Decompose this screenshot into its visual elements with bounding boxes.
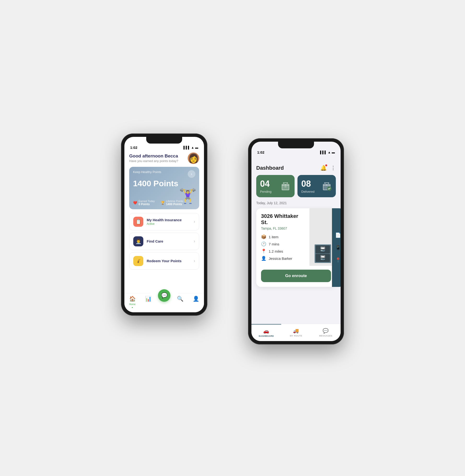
stats-icon: 📊: [145, 296, 151, 302]
points-card-label: Keep Healthy Points: [133, 170, 161, 174]
delivery-card-main: 3026 Whittaker St. Tampa, FL 33607 📦 1 i…: [256, 208, 309, 266]
profile-icon: 👤: [193, 296, 199, 302]
greeting-subtitle: Have you earned any points today?: [129, 159, 178, 163]
search-icon: 🔍: [177, 296, 183, 302]
redeem-text: Redeem Your Points: [147, 259, 194, 263]
find-care-icon-bg: 👨‍⚕️: [133, 236, 143, 246]
nav-active-dot: [132, 307, 133, 308]
notification-badge: [325, 164, 327, 166]
dashboard-nav-label: DASHBOARD: [259, 335, 274, 337]
delivery-address-title: 3026 Whittaker St.: [261, 213, 305, 226]
home-icon: 🏠: [129, 296, 136, 302]
distance-row: 📍 1.2 miles: [261, 249, 305, 254]
health-insurance-title: My Health Insurance: [147, 218, 194, 222]
wifi-icon: ▲: [191, 146, 194, 149]
find-care-text: Find Care: [147, 239, 194, 243]
side-tab-document[interactable]: 📄: [335, 232, 341, 238]
status-icons-1: ▌▌▌ ▲ ▬: [183, 146, 198, 149]
d-nav-messages[interactable]: 💬 MESSAGES: [311, 324, 341, 341]
delivery-card-wrapper: 3026 Whittaker St. Tampa, FL 33607 📦 1 i…: [252, 208, 341, 287]
redeem-title: Redeem Your Points: [147, 259, 194, 263]
delivered-label: Delivered: [301, 190, 315, 193]
earned-today: ❤️ Earned Today 0 Points: [133, 200, 155, 206]
more-options-button[interactable]: ⋮: [330, 165, 336, 171]
side-tab-phone[interactable]: 📱: [335, 245, 341, 251]
wifi-icon-2: ▲: [328, 150, 331, 154]
phone-delivery: 1:02 ▌▌▌ ▲ ▬ Dashboard 🔔 ⋮: [248, 138, 344, 344]
item-count-row: 📦 1 item: [261, 234, 305, 239]
pending-box-icon: [280, 181, 291, 191]
heart-icon: ❤️: [133, 201, 137, 205]
chat-icon: 💬: [161, 292, 168, 299]
route-nav-label: MY ROUTE: [290, 335, 302, 337]
menu-item-health-insurance[interactable]: 📋 My Health Insurance Active ›: [129, 213, 199, 230]
delivered-box-icon: [321, 181, 332, 191]
side-tabs: 📄 📱 📍: [332, 208, 341, 287]
pending-label: Pending: [260, 190, 272, 193]
fab-button[interactable]: 💬: [158, 289, 170, 302]
health-insurance-text: My Health Insurance Active: [147, 218, 194, 225]
delivered-number: 08: [301, 179, 315, 189]
nav-search[interactable]: 🔍: [172, 296, 188, 302]
route-nav-icon: 🚚: [293, 328, 299, 334]
greeting-text: Good afternoon Becca Have you earned any…: [129, 153, 178, 163]
coins-icon: 💰: [136, 258, 141, 264]
menu-item-redeem-points[interactable]: 💰 Redeem Your Points ›: [129, 252, 199, 270]
delivery-card: 3026 Whittaker St. Tampa, FL 33607 📦 1 i…: [256, 208, 336, 287]
clipboard-icon: 📋: [136, 219, 141, 225]
lifetime-icon: 🏆: [161, 201, 165, 205]
signal-icon-2: ▌▌▌: [320, 150, 327, 154]
fitness-figure: 🏋️‍♀️: [179, 187, 197, 204]
points-arrow-button[interactable]: ›: [188, 170, 195, 178]
greeting-title: Good afternoon Becca: [129, 153, 178, 159]
fridge-icon: 🗄️: [312, 244, 333, 264]
points-card[interactable]: Keep Healthy Points › 1400 Points 🏋️‍♀️ …: [129, 167, 199, 209]
redeem-icon-bg: 💰: [133, 256, 143, 266]
delivery-bottom-nav: 🚗 DASHBOARD 🚚 MY ROUTE 💬 MESSAGES: [252, 324, 341, 341]
nav-home-label: Home: [129, 303, 136, 306]
earned-today-value: 0 Points: [138, 202, 155, 206]
health-insurance-icon: 📋: [133, 217, 143, 227]
box-detail-icon: 📦: [261, 234, 266, 239]
notch-2: [278, 142, 314, 148]
earned-today-label: Earned Today: [138, 200, 155, 202]
health-insurance-status: Active: [147, 222, 194, 225]
pending-stat-card[interactable]: 04 Pending: [256, 175, 295, 197]
time-row: 🕐 7 mins: [261, 241, 305, 247]
time-text: 7 mins: [269, 242, 279, 246]
health-insurance-chevron: ›: [194, 219, 195, 224]
go-enroute-button[interactable]: Go enroute: [261, 270, 331, 282]
avatar-image: [188, 152, 199, 164]
messages-nav-icon: 💬: [323, 328, 329, 334]
pending-number: 04: [260, 179, 272, 189]
side-tab-location[interactable]: 📍: [335, 257, 341, 263]
d-nav-dashboard[interactable]: 🚗 DASHBOARD: [252, 324, 281, 341]
delivery-address-sub: Tampa, FL 33607: [261, 226, 305, 230]
find-care-chevron: ›: [194, 239, 195, 244]
messages-nav-label: MESSAGES: [319, 335, 332, 337]
nav-profile[interactable]: 👤: [188, 296, 204, 302]
time-2: 1:02: [257, 150, 264, 154]
location-detail-icon: 📍: [261, 249, 266, 254]
battery-icon: ▬: [195, 146, 198, 149]
find-care-title: Find Care: [147, 239, 194, 243]
clock-detail-icon: 🕐: [261, 241, 266, 247]
d-nav-route[interactable]: 🚚 MY ROUTE: [281, 324, 311, 341]
bell-button[interactable]: 🔔: [320, 165, 327, 171]
nav-stats[interactable]: 📊: [140, 296, 156, 302]
distance-text: 1.2 miles: [269, 249, 283, 253]
delivered-stat-card[interactable]: 08 Delivered: [297, 175, 336, 197]
delivery-header: Dashboard 🔔 ⋮: [252, 155, 341, 175]
nav-home[interactable]: 🏠 Home: [124, 296, 140, 308]
doctor-icon: 👨‍⚕️: [136, 238, 141, 244]
item-count-text: 1 item: [269, 235, 278, 239]
time-1: 1:02: [130, 146, 137, 149]
delivery-date: Today, July 12, 2021: [252, 201, 341, 208]
header-icons: 🔔 ⋮: [320, 165, 336, 171]
phone-health: 1:02 ▌▌▌ ▲ ▬ Good afternoon Becca Have y…: [121, 134, 207, 316]
person-detail-icon: 👤: [261, 256, 266, 261]
menu-item-find-care[interactable]: 👨‍⚕️ Find Care ›: [129, 233, 199, 250]
notch-1: [146, 137, 182, 144]
dashboard-title: Dashboard: [256, 165, 284, 171]
recipient-text: Jessica Barker: [269, 256, 292, 261]
